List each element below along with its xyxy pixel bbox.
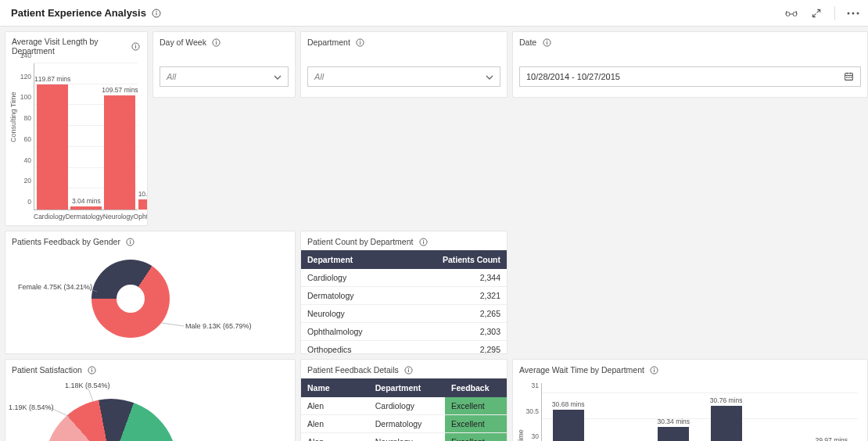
table-row[interactable]: Cardiology2,344: [301, 269, 507, 287]
filter-label: Date: [519, 38, 536, 47]
panel-title: Patients Feedback by Gender: [12, 237, 120, 246]
info-icon[interactable]: [87, 364, 98, 375]
svg-line-30: [83, 287, 97, 292]
table-row[interactable]: AlenDermatologyExcellent: [301, 415, 507, 433]
day-of-week-select[interactable]: All: [160, 66, 289, 87]
svg-point-5: [848, 12, 850, 14]
col-count: Patients Count: [402, 250, 507, 269]
separator: [834, 6, 835, 20]
select-placeholder: All: [314, 72, 324, 81]
title-bar: Patient Experience Analysis: [0, 0, 868, 27]
filter-day-of-week: Day of Week All: [152, 31, 296, 98]
wait-time-chart[interactable]: Waiting Time 2828.52929.53030.53130.68 m…: [513, 378, 867, 441]
svg-point-2: [156, 11, 157, 12]
satisfaction-panel: Patient Satisfaction 1.18K (8.54%) 1.19K…: [5, 359, 296, 441]
col-feedback: Feedback: [445, 378, 507, 397]
patient-count-table[interactable]: Department Patients Count Cardiology2,34…: [301, 250, 507, 354]
calendar-icon: [844, 71, 854, 83]
gender-donut-chart[interactable]: Female 4.75K (34.21%) Male 9.13K (65.79%…: [5, 250, 295, 353]
svg-point-7: [857, 12, 859, 14]
filter-label: Department: [307, 38, 350, 47]
svg-rect-23: [851, 77, 852, 78]
svg-line-38: [88, 389, 93, 401]
info-icon[interactable]: [355, 37, 366, 48]
info-icon[interactable]: [151, 8, 162, 19]
table-row[interactable]: AlenNeurologyExcellent: [301, 433, 507, 442]
more-icon[interactable]: [846, 6, 860, 20]
date-value: 10/28/2014 - 10/27/2015: [526, 72, 620, 81]
svg-rect-22: [848, 77, 850, 78]
filter-date: Date 10/28/2014 - 10/27/2015: [512, 31, 868, 98]
male-label: Male 9.13K (65.79%): [185, 322, 252, 330]
female-label: Female 4.75K (34.21%): [18, 283, 92, 291]
panel-title: Patient Feedback Details: [307, 365, 399, 375]
svg-point-6: [852, 12, 855, 14]
info-icon[interactable]: [541, 37, 552, 48]
date-range-input[interactable]: 10/28/2014 - 10/27/2015: [519, 66, 861, 87]
panel-title: Patient Count by Department: [307, 237, 413, 246]
info-icon[interactable]: [404, 364, 414, 375]
visit-length-panel: Average Visit Length by Department Consu…: [5, 31, 148, 226]
panel-title: Patient Satisfaction: [12, 365, 82, 375]
page-title: Patient Experience Analysis: [11, 7, 146, 19]
svg-line-31: [162, 323, 184, 326]
info-icon[interactable]: [418, 236, 429, 247]
table-row[interactable]: AlenCardiologyExcellent: [301, 397, 507, 415]
patient-count-panel: Patient Count by Department Department P…: [300, 231, 508, 354]
svg-rect-21: [846, 77, 848, 78]
chevron-down-icon: [486, 72, 493, 81]
table-row[interactable]: Ophthalmology2,303: [301, 323, 507, 341]
col-department: Department: [369, 378, 445, 397]
info-icon[interactable]: [125, 236, 136, 247]
svg-line-39: [48, 407, 71, 418]
table-row[interactable]: Dermatology2,321: [301, 287, 507, 305]
filter-department: Department All: [300, 31, 508, 98]
table-row[interactable]: Neurology2,265: [301, 305, 507, 323]
filter-label: Day of Week: [160, 38, 206, 47]
gender-panel: Patients Feedback by Gender Female 4.75K…: [5, 231, 296, 354]
col-department: Department: [301, 250, 402, 269]
info-icon[interactable]: [211, 37, 222, 48]
fullscreen-icon[interactable]: [809, 6, 823, 20]
chevron-down-icon: [274, 72, 282, 81]
table-row[interactable]: Orthopedics2,295: [301, 341, 507, 355]
wait-time-panel: Average Wait Time by Department Waiting …: [512, 359, 868, 441]
feedback-panel: Patient Feedback Details Name Department…: [300, 359, 508, 441]
info-icon[interactable]: [649, 364, 660, 375]
poor-label: 1.19K (8.54%): [9, 403, 54, 411]
feedback-table[interactable]: AlenCardiologyExcellentAlenDermatologyEx…: [301, 397, 507, 441]
department-select[interactable]: All: [307, 66, 500, 87]
panel-title: Average Wait Time by Department: [519, 365, 644, 375]
select-placeholder: All: [167, 72, 176, 81]
info-icon[interactable]: [131, 41, 141, 52]
feedback-table-head: Name Department Feedback: [301, 378, 507, 397]
visit-length-chart[interactable]: Consulting Time 020406080100120140119.87…: [5, 59, 147, 225]
glasses-icon[interactable]: [784, 6, 798, 20]
col-name: Name: [301, 378, 369, 397]
satisfaction-pie-chart[interactable]: 1.18K (8.54%) 1.19K (8.54%) 3.71K (26… 7…: [5, 378, 295, 441]
feedback-table-body-scroll[interactable]: AlenCardiologyExcellentAlenDermatologyEx…: [301, 397, 507, 441]
